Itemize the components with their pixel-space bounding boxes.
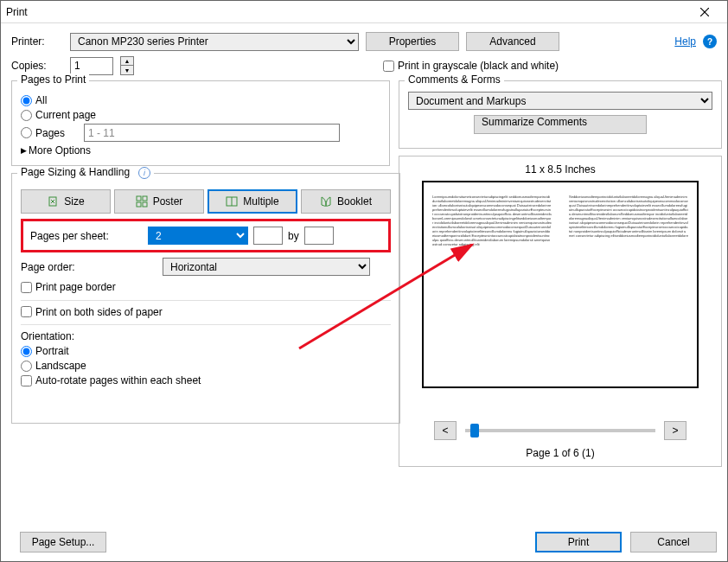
advanced-button[interactable]: Advanced: [466, 32, 559, 51]
by-label: by: [288, 230, 299, 242]
size-button[interactable]: Size: [21, 189, 111, 214]
page-preview: Loremipsumdolorsitametconsecteturadipisc…: [422, 181, 699, 388]
svg-rect-6: [143, 202, 147, 207]
spinner-down-icon[interactable]: ▼: [121, 66, 133, 74]
preview-page-right: Seddoeiusmodtemporincididuntutlaboreetdo…: [560, 182, 697, 386]
svg-rect-3: [137, 196, 141, 201]
page-sizing-legend: Page Sizing & Handling i: [17, 166, 154, 179]
preview-dimensions: 11 x 8.5 Inches: [406, 163, 714, 176]
pages-to-print-legend: Pages to Print: [17, 73, 89, 86]
help-link[interactable]: Help: [674, 35, 696, 48]
info-icon[interactable]: i: [138, 167, 150, 179]
page-slider[interactable]: [465, 429, 655, 432]
preview-page-left: Loremipsumdolorsitametconsecteturadipisc…: [424, 182, 560, 386]
next-page-button[interactable]: >: [664, 421, 686, 440]
auto-rotate-checkbox[interactable]: Auto-rotate pages within each sheet: [21, 374, 201, 386]
pages-to-print-group: Pages to Print All Current page Pages ▶ …: [11, 80, 390, 166]
more-options-toggle[interactable]: ▶ More Options: [21, 144, 380, 156]
svg-rect-5: [137, 202, 141, 207]
print-page-border-checkbox[interactable]: Print page border: [21, 281, 116, 293]
pages-input[interactable]: [84, 124, 340, 142]
page-indicator: Page 1 of 6 (1): [406, 447, 714, 459]
pages-per-sheet-highlight: Pages per sheet: 2 by: [21, 219, 391, 252]
preview-panel: 11 x 8.5 Inches Loremipsumdolorsitametco…: [399, 156, 722, 467]
svg-rect-4: [143, 196, 147, 201]
radio-current[interactable]: Current page: [21, 109, 380, 121]
page-order-select[interactable]: Horizontal: [163, 258, 370, 276]
comments-legend: Comments & Forms: [405, 73, 504, 86]
prev-page-button[interactable]: <: [434, 421, 457, 440]
size-icon: [47, 195, 59, 208]
printer-select[interactable]: Canon MP230 series Printer: [70, 33, 359, 51]
comments-forms-group: Comments & Forms Document and Markups Su…: [399, 80, 722, 149]
properties-button[interactable]: Properties: [366, 32, 459, 51]
orientation-label: Orientation:: [21, 330, 391, 342]
summarize-comments-button[interactable]: Summarize Comments: [474, 115, 647, 134]
comments-select[interactable]: Document and Markups: [408, 92, 712, 110]
copies-input[interactable]: [70, 57, 113, 75]
grayscale-checkbox[interactable]: Print in grayscale (black and white): [383, 60, 559, 72]
radio-portrait[interactable]: Portrait: [21, 345, 391, 357]
copies-label: Copies:: [11, 60, 63, 72]
pps-x-input[interactable]: [253, 227, 283, 245]
close-button[interactable]: [687, 2, 722, 22]
print-button[interactable]: Print: [535, 532, 622, 552]
radio-pages[interactable]: Pages: [21, 124, 380, 142]
page-order-label: Page order:: [21, 261, 156, 273]
booklet-icon: [320, 195, 332, 208]
pages-per-sheet-select[interactable]: 2: [148, 227, 248, 245]
pps-y-input[interactable]: [304, 227, 334, 245]
page-sizing-group: Page Sizing & Handling i Size Poster: [11, 173, 400, 424]
page-setup-button[interactable]: Page Setup...: [20, 532, 106, 552]
printer-label: Printer:: [11, 35, 63, 48]
window-title: Print: [6, 6, 687, 18]
print-both-sides-checkbox[interactable]: Print on both sides of paper: [21, 306, 163, 318]
help-icon[interactable]: ?: [703, 35, 717, 48]
close-icon: [700, 8, 709, 16]
pps-label: Pages per sheet:: [30, 230, 143, 242]
copies-spinner[interactable]: ▲ ▼: [120, 56, 134, 75]
chevron-right-icon: ▶: [21, 146, 27, 155]
radio-all[interactable]: All: [21, 94, 380, 106]
multiple-icon: [226, 195, 238, 208]
booklet-button[interactable]: Booklet: [301, 189, 391, 214]
slider-thumb[interactable]: [470, 424, 479, 437]
spinner-up-icon[interactable]: ▲: [121, 57, 133, 66]
multiple-button[interactable]: Multiple: [208, 189, 297, 214]
poster-button[interactable]: Poster: [114, 189, 204, 214]
radio-landscape[interactable]: Landscape: [21, 360, 391, 372]
cancel-button[interactable]: Cancel: [630, 532, 717, 552]
poster-icon: [136, 195, 148, 208]
